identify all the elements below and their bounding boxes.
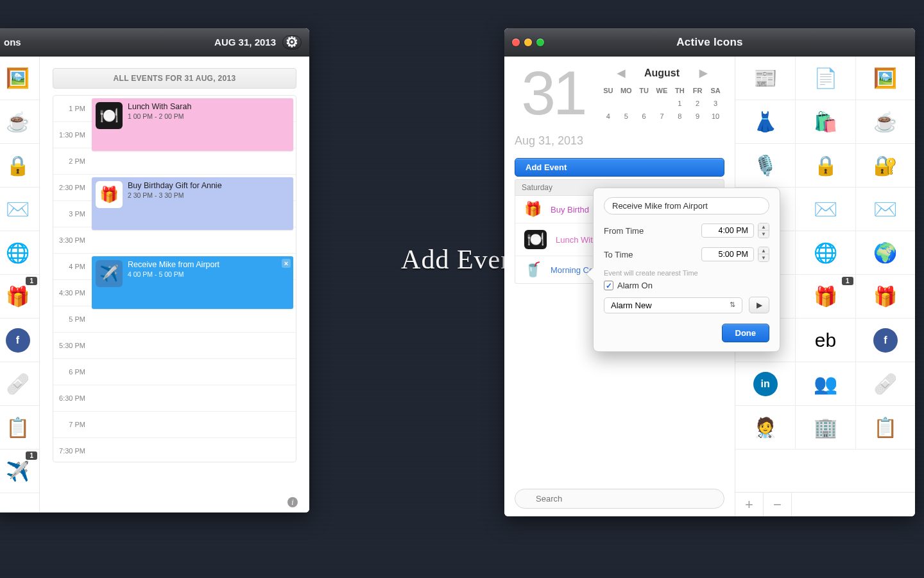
window-zoom-button[interactable] [536, 39, 544, 46]
newspaper-icon[interactable]: 📰 [735, 57, 795, 100]
to-time-input[interactable] [701, 247, 754, 261]
event-title-input[interactable] [604, 197, 769, 215]
safe2-icon[interactable]: 🔐 [855, 144, 915, 188]
next-month-button[interactable]: ▶ [699, 67, 707, 79]
photo-icon: 🖼️ [6, 69, 30, 88]
from-time-label: From Time [604, 226, 701, 236]
active-icons-window: Active Icons 31 ◀ August ▶ SUMOTUWETHFRS… [504, 28, 915, 516]
search-input[interactable] [515, 489, 724, 509]
gift2-icon[interactable]: 🎁 [855, 275, 915, 319]
chalkboard-icon[interactable]: 📋 [855, 406, 915, 450]
medkit-icon[interactable]: 🩹 [855, 362, 915, 406]
coffee-icon: ☕ [6, 112, 30, 132]
event-thumb: 🎁 [96, 181, 123, 208]
calendar-day[interactable]: 8 [671, 110, 689, 123]
mail-icon[interactable]: ✉️ [795, 188, 855, 231]
info-icon[interactable]: i [287, 497, 298, 507]
play-alarm-button[interactable]: ▶ [749, 297, 769, 313]
day-timeline[interactable]: 1 PM1:30 PM2 PM2:30 PM3 PM3:30 PM4 PM4:3… [53, 95, 296, 462]
mail2-icon[interactable]: ✉️ [855, 188, 915, 231]
linkedin-icon[interactable]: in [735, 362, 795, 406]
hour-label: 7:30 PM [53, 438, 92, 462]
add-event-popover: From Time ▲▼ To Time ▲▼ Event will creat… [593, 188, 780, 352]
people-icon[interactable]: 👥 [795, 362, 855, 406]
prev-month-button[interactable]: ◀ [617, 67, 625, 79]
note-icon[interactable]: 📄 [795, 57, 855, 100]
hour-label: 2:30 PM [53, 175, 92, 200]
hour-label: 1 PM [53, 96, 92, 121]
calendar-day[interactable]: 1 [671, 97, 689, 110]
photo-icon[interactable]: 🖼️ [855, 57, 915, 100]
gift-icon: 🎁 [814, 287, 837, 306]
event-title: Buy Birthday Gift for Annie [128, 181, 288, 190]
done-button[interactable]: Done [722, 324, 770, 342]
settings-button[interactable]: ⚙ [282, 35, 302, 49]
alarm-select[interactable]: Alarm New ⇅ [604, 297, 742, 313]
safe-icon: 🔒 [814, 156, 837, 175]
calendar-day[interactable]: 10 [706, 110, 724, 123]
photo-icon: 🖼️ [873, 69, 897, 88]
month-label: August [637, 67, 688, 79]
gift-icon[interactable]: 🎁1 [795, 275, 855, 319]
weekday-label: FR [689, 84, 706, 97]
event-time: 1 00 PM - 2 00 PM [128, 112, 288, 120]
calendar-day[interactable]: 9 [689, 110, 706, 123]
safe-icon: 🔒 [6, 156, 30, 175]
weekday-label: SA [706, 84, 724, 97]
chalkboard-icon[interactable]: 📋 [0, 406, 39, 450]
globe2-icon[interactable]: 🌍 [855, 231, 915, 275]
mic-icon[interactable]: 🎙️ [735, 144, 795, 188]
gift2-icon: 🎁 [873, 287, 897, 306]
ebay-icon[interactable]: eb [795, 319, 855, 362]
coffee-icon: ☕ [873, 112, 897, 132]
grid-add-button[interactable]: + [735, 493, 764, 516]
mail-icon[interactable]: ✉️ [0, 188, 39, 231]
window-minimize-button[interactable] [524, 39, 532, 46]
mail-icon: ✉️ [6, 200, 30, 219]
add-event-button[interactable]: Add Event [515, 158, 724, 177]
left-titlebar: ons AUG 31, 2013 ⚙ [0, 28, 309, 57]
hour-label: 6:30 PM [53, 385, 92, 411]
facebook-icon[interactable]: f [855, 319, 915, 362]
coffee-icon[interactable]: ☕ [0, 100, 39, 144]
to-time-stepper[interactable]: ▲▼ [758, 247, 769, 262]
safe-icon[interactable]: 🔒 [0, 144, 39, 188]
grid-remove-button[interactable]: − [764, 493, 792, 516]
office-icon[interactable]: 🏢 [795, 406, 855, 450]
event-block[interactable]: 🎁 Buy Birthday Gift for Annie 2 30 PM - … [92, 177, 293, 230]
weekday-label: SU [599, 84, 617, 97]
right-titlebar: Active Icons [504, 28, 915, 57]
left-title-date: AUG 31, 2013 [214, 37, 276, 48]
calendar-day[interactable]: 4 [599, 110, 617, 123]
calendar-day[interactable]: 5 [617, 110, 635, 123]
chevron-updown-icon: ⇅ [730, 301, 735, 310]
event-title: Lunch With Sarah [128, 102, 288, 111]
facebook-icon[interactable]: f [0, 319, 39, 362]
gift-icon[interactable]: 🎁1 [0, 275, 39, 319]
from-time-input[interactable] [701, 223, 754, 238]
medkit-icon[interactable]: 🩹 [0, 362, 39, 406]
medkit-icon: 🩹 [873, 374, 897, 394]
mannequin-icon[interactable]: 👗 [735, 100, 795, 144]
alarm-checkbox[interactable]: ✓ [604, 281, 613, 290]
calendar-day [599, 97, 617, 110]
window-close-button[interactable] [512, 39, 520, 46]
weekday-label: MO [617, 84, 635, 97]
calendar-day[interactable]: 7 [653, 110, 671, 123]
event-block[interactable]: 🍽️ Lunch With Sarah 1 00 PM - 2 00 PM [92, 98, 293, 151]
calendar-day [617, 97, 635, 110]
bag-icon[interactable]: 🛍️ [795, 100, 855, 144]
calendar-day[interactable]: 3 [706, 97, 724, 110]
doctor-icon[interactable]: 🧑‍⚕️ [735, 406, 795, 450]
hour-label: 5 PM [53, 306, 92, 332]
calendar-day[interactable]: 6 [635, 110, 653, 123]
from-time-stepper[interactable]: ▲▼ [758, 223, 769, 238]
photo-icon[interactable]: 🖼️ [0, 57, 39, 100]
coffee-icon[interactable]: ☕ [855, 100, 915, 144]
weekday-label: TH [671, 84, 689, 97]
globe-icon[interactable]: 🌐 [795, 231, 855, 275]
alarm-label: Alarm On [617, 281, 653, 290]
safe-icon[interactable]: 🔒 [795, 144, 855, 188]
calendar-day[interactable]: 2 [689, 97, 706, 110]
airplane-icon[interactable]: ✈️1 [0, 450, 39, 493]
